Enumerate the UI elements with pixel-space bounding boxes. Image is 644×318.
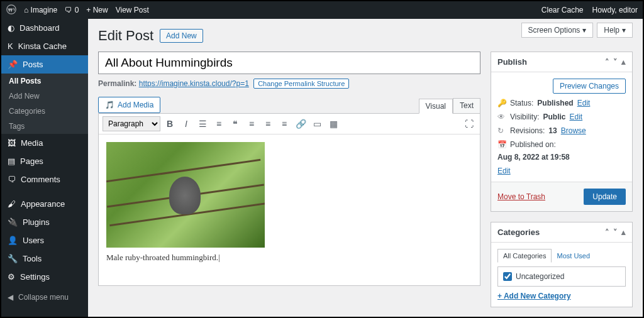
brush-icon: 🖌 (8, 199, 16, 209)
comments-link[interactable]: 🗨 0 (65, 6, 79, 15)
kinsta-icon: K (8, 41, 13, 51)
align-center-button[interactable]: ≡ (261, 117, 275, 131)
ul-button[interactable]: ☰ (196, 117, 209, 131)
collapse-menu[interactable]: ◀Collapse menu (1, 288, 88, 306)
permalink-label: Permalink: (98, 79, 136, 88)
box-down-icon[interactable]: ˅ (613, 228, 618, 237)
pages-icon: ▤ (8, 156, 15, 166)
fullscreen-button[interactable]: ⛶ (462, 117, 476, 131)
sidebar-sub-categories[interactable]: Categories (1, 104, 88, 119)
sidebar-item-kinsta[interactable]: KKinsta Cache (1, 37, 88, 55)
sidebar-item-appearance[interactable]: 🖌Appearance (1, 195, 88, 213)
italic-button[interactable]: I (179, 117, 193, 131)
sidebar-item-plugins[interactable]: 🔌Plugins (1, 213, 88, 231)
tab-most-used[interactable]: Most Used (552, 249, 595, 263)
screen-options-button[interactable]: Screen Options ▾ (521, 23, 594, 38)
sidebar-item-comments[interactable]: 🗨Comments (1, 170, 88, 189)
image-caption[interactable]: Male ruby-throated hummingbird.| (106, 253, 472, 263)
pin-icon: 📌 (8, 60, 18, 69)
box-up-icon[interactable]: ˄ (605, 228, 609, 237)
box-toggle-icon[interactable]: ▴ (621, 228, 626, 237)
sidebar-item-dashboard[interactable]: ◐Dashboard (1, 19, 88, 37)
chevron-down-icon: ▾ (582, 26, 586, 35)
permalink-url[interactable]: https://imagine.kinsta.cloud/?p=1 (139, 79, 249, 88)
category-checkbox[interactable] (503, 272, 512, 281)
add-new-category-link[interactable]: + Add New Category (497, 292, 571, 300)
sliders-icon: ⚙ (8, 272, 15, 282)
change-permalink-button[interactable]: Change Permalink Structure (253, 79, 349, 89)
key-icon: 🔑 (497, 99, 506, 107)
home-icon: ⌂ (24, 6, 28, 14)
sidebar-item-pages[interactable]: ▤Pages (1, 152, 88, 170)
post-title-input[interactable] (98, 52, 480, 74)
box-up-icon[interactable]: ˄ (605, 57, 609, 67)
sidebar-item-posts[interactable]: 📌Posts (1, 55, 88, 74)
sidebar-item-tools[interactable]: 🔧Tools (1, 249, 88, 268)
tab-text[interactable]: Text (453, 98, 480, 113)
dashboard-icon: ◐ (8, 23, 14, 33)
media-icon: 🖾 (8, 138, 16, 148)
move-to-trash-link[interactable]: Move to Trash (497, 192, 545, 201)
sidebar-item-media[interactable]: 🖾Media (1, 134, 88, 152)
blockquote-button[interactable]: ❝ (228, 117, 242, 131)
browse-revisions-link[interactable]: Browse (561, 126, 586, 135)
edit-status-link[interactable]: Edit (577, 99, 591, 107)
plug-icon: 🔌 (8, 217, 18, 227)
comments-icon: 🗨 (8, 175, 16, 184)
format-select[interactable]: Paragraph (103, 116, 160, 131)
collapse-icon: ◀ (8, 293, 13, 302)
edit-visibility-link[interactable]: Edit (569, 112, 582, 121)
calendar-icon: 📅 (497, 140, 506, 149)
align-right-button[interactable]: ≡ (277, 117, 291, 131)
sidebar-item-settings[interactable]: ⚙Settings (1, 268, 88, 286)
bold-button[interactable]: B (163, 117, 177, 131)
add-new-button[interactable]: Add New (160, 29, 203, 43)
link-button[interactable]: 🔗 (294, 117, 308, 131)
ol-button[interactable]: ≡ (212, 117, 226, 131)
revisions-icon: ↻ (497, 126, 506, 135)
user-icon: 👤 (8, 236, 18, 245)
eye-icon: 👁 (497, 112, 506, 121)
view-post-link[interactable]: View Post (116, 6, 149, 14)
preview-changes-button[interactable]: Preview Changes (553, 79, 626, 94)
wrench-icon: 🔧 (8, 254, 18, 263)
box-down-icon[interactable]: ˅ (613, 57, 618, 67)
box-toggle-icon[interactable]: ▴ (621, 57, 626, 67)
sidebar-sub-add-new[interactable]: Add New (1, 89, 88, 104)
music-icon: 🎵 (105, 101, 114, 109)
help-button[interactable]: Help ▾ (597, 23, 633, 38)
site-link[interactable]: ⌂ Imagine (24, 6, 57, 15)
plus-icon: + (86, 6, 91, 14)
update-button[interactable]: Update (584, 189, 626, 205)
sidebar-sub-all-posts[interactable]: All Posts (1, 74, 88, 89)
edit-date-link[interactable]: Edit (497, 167, 511, 175)
publish-box-title: Publish (497, 57, 527, 67)
post-image[interactable] (106, 142, 265, 248)
align-left-button[interactable]: ≡ (245, 117, 258, 131)
clear-cache-link[interactable]: Clear Cache (541, 6, 584, 14)
tab-visual[interactable]: Visual (419, 99, 453, 114)
sidebar-sub-tags[interactable]: Tags (1, 119, 88, 134)
toolbar-toggle-button[interactable]: ▦ (326, 117, 340, 131)
category-uncategorized[interactable]: Uncategorized (503, 272, 620, 281)
howdy-link[interactable]: Howdy, editor (592, 6, 638, 14)
chevron-down-icon: ▾ (622, 26, 626, 35)
more-button[interactable]: ▭ (310, 117, 324, 131)
sidebar-item-users[interactable]: 👤Users (1, 231, 88, 249)
tab-all-categories[interactable]: All Categories (497, 249, 552, 263)
categories-box-title: Categories (497, 228, 540, 237)
wordpress-logo-icon[interactable] (6, 4, 16, 16)
new-link[interactable]: + New (86, 6, 108, 15)
page-title: Edit Post (98, 28, 153, 44)
add-media-button[interactable]: 🎵Add Media (98, 97, 160, 113)
comment-icon: 🗨 (65, 6, 72, 14)
editor-content[interactable]: Male ruby-throated hummingbird.| (99, 134, 480, 285)
